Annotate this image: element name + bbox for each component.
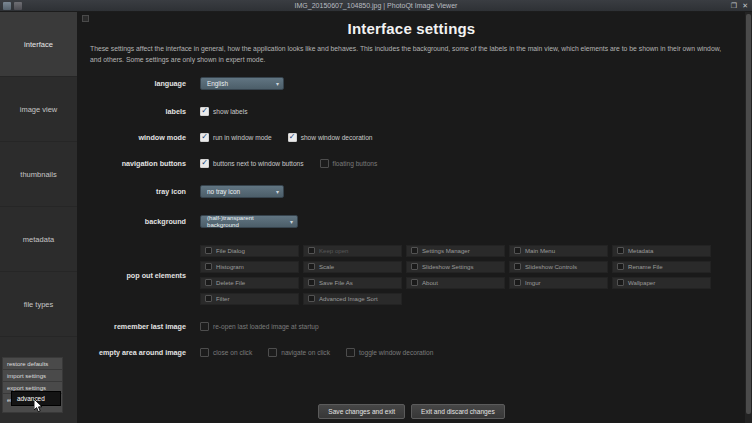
- window-menu-icon[interactable]: [14, 2, 22, 10]
- popout-delete-file[interactable]: Delete File: [200, 277, 299, 289]
- popout-scale[interactable]: Scale: [303, 261, 402, 273]
- checkbox-unchecked-icon[interactable]: [411, 279, 418, 286]
- buttons-next-to-window-buttons-checkbox[interactable]: buttons next to window buttons: [200, 159, 304, 168]
- checkbox-unchecked-icon[interactable]: [514, 247, 521, 254]
- row-pop-out-elements: pop out elements File Dialog Keep open S…: [78, 245, 745, 305]
- menu-item-import-settings[interactable]: import settings: [2, 369, 63, 381]
- navigate-on-click-checkbox[interactable]: navigate on click: [268, 348, 330, 357]
- checkbox-unchecked-icon[interactable]: [268, 348, 277, 357]
- page-description: These settings affect the interface in g…: [90, 44, 731, 66]
- save-and-exit-button[interactable]: Save changes and exit: [318, 404, 405, 419]
- checkbox-unchecked-icon[interactable]: [205, 263, 212, 270]
- popout-slideshow-controls[interactable]: Slideshow Controls: [509, 261, 608, 273]
- checkbox-unchecked-icon[interactable]: [617, 247, 624, 254]
- popout-settings-manager[interactable]: Settings Manager: [406, 245, 505, 257]
- checkbox-unchecked-icon[interactable]: [205, 295, 212, 302]
- checkbox-label: Imgur: [525, 279, 541, 286]
- checkbox-unchecked-icon[interactable]: [617, 279, 624, 286]
- chevron-down-icon: ▾: [276, 188, 279, 195]
- menu-item-partial[interactable]: [2, 405, 63, 413]
- chevron-down-icon: ▾: [290, 218, 293, 225]
- toggle-window-decoration-checkbox[interactable]: toggle window decoration: [346, 348, 433, 357]
- sidebar-item-thumbnails[interactable]: thumbnails: [0, 142, 77, 207]
- popout-save-file-as[interactable]: Save File As: [303, 277, 402, 289]
- popout-keep-open[interactable]: Keep open: [303, 245, 402, 257]
- checkbox-checked-icon[interactable]: [288, 133, 297, 142]
- run-in-window-mode-checkbox[interactable]: run in window mode: [200, 133, 272, 142]
- show-labels-checkbox[interactable]: show labels: [200, 107, 247, 116]
- close-on-click-checkbox[interactable]: close on click: [200, 348, 252, 357]
- checkbox-unchecked-icon[interactable]: [514, 263, 521, 270]
- checkbox-unchecked-icon[interactable]: [411, 263, 418, 270]
- reopen-last-image-checkbox[interactable]: re-open last loaded image at startup: [200, 322, 319, 331]
- checkbox-unchecked-icon[interactable]: [205, 247, 212, 254]
- checkbox-checked-icon[interactable]: [200, 159, 209, 168]
- checkbox-label: Slideshow Controls: [525, 263, 577, 270]
- checkbox-unchecked-icon[interactable]: [346, 348, 355, 357]
- checkbox-label: Histogram: [216, 263, 244, 270]
- checkbox-unchecked-icon[interactable]: [308, 263, 315, 270]
- language-dropdown[interactable]: English ▾: [200, 77, 284, 90]
- menu-item-restore-defaults[interactable]: restore defaults: [2, 357, 63, 369]
- checkbox-label: close on click: [213, 349, 252, 356]
- checkbox-unchecked-icon[interactable]: [308, 247, 315, 254]
- show-window-decoration-checkbox[interactable]: show window decoration: [288, 133, 373, 142]
- checkbox-label: Scale: [319, 263, 334, 270]
- pop-out-grid: File Dialog Keep open Settings Manager M…: [200, 245, 711, 305]
- maximize-icon[interactable]: ❐: [731, 2, 737, 10]
- checkbox-label: floating buttons: [333, 160, 378, 167]
- checkbox-label: run in window mode: [213, 134, 272, 141]
- sidebar-item-image-view[interactable]: image view: [0, 77, 77, 142]
- checkbox-unchecked-icon[interactable]: [200, 348, 209, 357]
- settings-panel: Interface settings These settings affect…: [78, 12, 745, 423]
- panel-corner-icon: [82, 15, 89, 22]
- popout-wallpaper[interactable]: Wallpaper: [612, 277, 711, 289]
- checkbox-label: Wallpaper: [628, 279, 655, 286]
- checkbox-unchecked-icon[interactable]: [308, 279, 315, 286]
- checkbox-unchecked-icon[interactable]: [205, 279, 212, 286]
- scrollbar-thumb[interactable]: [746, 14, 751, 414]
- popout-file-dialog[interactable]: File Dialog: [200, 245, 299, 257]
- checkbox-unchecked-icon[interactable]: [308, 295, 315, 302]
- popout-main-menu[interactable]: Main Menu: [509, 245, 608, 257]
- checkbox-checked-icon[interactable]: [200, 133, 209, 142]
- sidebar-item-label: thumbnails: [20, 170, 56, 179]
- sidebar-item-file-types[interactable]: file types: [0, 272, 77, 337]
- vertical-scrollbar[interactable]: [745, 12, 752, 423]
- checkbox-label: re-open last loaded image at startup: [213, 323, 319, 330]
- checkbox-checked-icon[interactable]: [200, 107, 209, 116]
- background-dropdown[interactable]: (half-)transparent background ▾: [200, 215, 298, 228]
- popout-histogram[interactable]: Histogram: [200, 261, 299, 273]
- row-window-mode: window mode run in window mode show wind…: [78, 133, 745, 142]
- row-label: remember last image: [78, 322, 200, 331]
- popout-advanced-image-sort[interactable]: Advanced Image Sort: [303, 293, 402, 305]
- checkbox-label: navigate on click: [281, 349, 330, 356]
- floating-buttons-checkbox[interactable]: floating buttons: [320, 159, 378, 168]
- popout-rename-file[interactable]: Rename File: [612, 261, 711, 273]
- exit-discard-button[interactable]: Exit and discard changes: [411, 404, 505, 419]
- checkbox-unchecked-icon[interactable]: [514, 279, 521, 286]
- popout-imgur[interactable]: Imgur: [509, 277, 608, 289]
- language-dropdown-value: English: [207, 80, 228, 87]
- popout-filter[interactable]: Filter: [200, 293, 299, 305]
- checkbox-label: Rename File: [628, 263, 663, 270]
- popout-slideshow-settings[interactable]: Slideshow Settings: [406, 261, 505, 273]
- row-label: background: [78, 217, 200, 226]
- popout-metadata[interactable]: Metadata: [612, 245, 711, 257]
- checkbox-unchecked-icon[interactable]: [617, 263, 624, 270]
- close-icon[interactable]: ✕: [742, 2, 748, 10]
- checkbox-unchecked-icon[interactable]: [411, 247, 418, 254]
- row-remember-last-image: remember last image re-open last loaded …: [78, 322, 745, 331]
- row-background: background (half-)transparent background…: [78, 215, 745, 228]
- row-label: pop out elements: [78, 269, 200, 280]
- row-label: tray icon: [78, 187, 200, 196]
- row-label: language: [78, 79, 200, 88]
- checkbox-label: Advanced Image Sort: [319, 295, 378, 302]
- checkbox-label: Filter: [216, 295, 230, 302]
- popout-about[interactable]: About: [406, 277, 505, 289]
- sidebar-item-metadata[interactable]: metadata: [0, 207, 77, 272]
- tray-icon-dropdown[interactable]: no tray icon ▾: [200, 185, 284, 198]
- sidebar-item-interface[interactable]: interface: [0, 12, 77, 77]
- checkbox-unchecked-icon[interactable]: [320, 159, 329, 168]
- checkbox-unchecked-icon[interactable]: [200, 322, 209, 331]
